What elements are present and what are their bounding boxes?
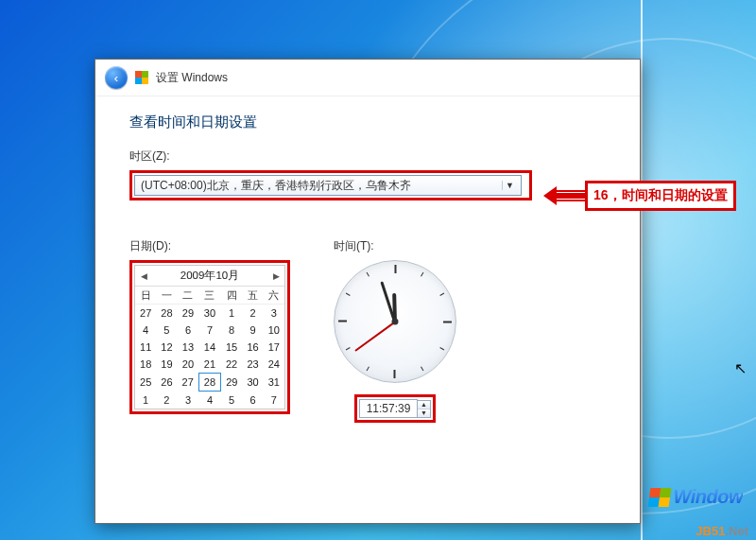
chevron-down-icon: ▼ (502, 181, 517, 190)
annotation-arrow-icon (543, 186, 585, 205)
calendar-day[interactable]: 2 (242, 305, 263, 322)
calendar-day[interactable]: 10 (264, 322, 284, 339)
analog-clock (334, 260, 456, 383)
calendar-day[interactable]: 5 (156, 322, 177, 339)
calendar-month-title: 2009年10月 (180, 269, 239, 283)
calendar-day[interactable]: 29 (178, 305, 199, 322)
wizard-content: 查看时间和日期设置 时区(Z): (UTC+08:00)北京，重庆，香港特别行政… (95, 96, 640, 423)
date-section: 日期(D): ◀ 2009年10月 ▶ 日一二三四五六 272829301234… (129, 238, 290, 423)
calendar-day[interactable]: 6 (242, 392, 263, 409)
calendar-day[interactable]: 15 (221, 339, 243, 356)
calendar-weekday: 五 (242, 287, 263, 305)
windows-logo-icon (647, 488, 671, 507)
calendar-grid: 日一二三四五六 27282930123456789101112131415161… (135, 287, 284, 409)
calendar-weekday: 二 (178, 287, 199, 305)
calendar-day[interactable]: 1 (221, 305, 243, 322)
desktop-background: ‹ 设置 Windows 查看时间和日期设置 时区(Z): (UTC+08:00… (0, 0, 756, 540)
brand-text: Window (674, 486, 743, 508)
watermark-a: JB51 (696, 524, 725, 538)
second-hand (354, 322, 395, 352)
annotation-highlight-timezone: (UTC+08:00)北京，重庆，香港特别行政区，乌鲁木齐 ▼ (129, 170, 532, 200)
calendar-day[interactable]: 1 (135, 392, 156, 409)
annotation-callout: 16，时间和日期的设置 (543, 180, 736, 212)
time-input[interactable]: 11:57:39 (359, 399, 418, 418)
calendar-day[interactable]: 13 (178, 339, 199, 356)
time-section: 时间(T): 11:57:39 ▲ ▼ (334, 238, 456, 423)
calendar-day[interactable]: 23 (242, 356, 263, 374)
calendar-day[interactable]: 9 (242, 322, 263, 339)
annotation-highlight-calendar: ◀ 2009年10月 ▶ 日一二三四五六 2728293012345678910… (129, 260, 290, 414)
calendar-day[interactable]: 3 (264, 305, 284, 322)
calendar-day[interactable]: 30 (242, 374, 263, 392)
calendar-weekday: 四 (221, 287, 243, 305)
spinner-down-icon[interactable]: ▼ (418, 409, 430, 417)
calendar-day[interactable]: 30 (198, 305, 220, 322)
cursor-icon: ↖ (734, 359, 747, 377)
calendar-day[interactable]: 18 (135, 356, 156, 374)
time-spinner[interactable]: ▲ ▼ (418, 400, 431, 418)
date-label: 日期(D): (129, 238, 290, 254)
calendar-day[interactable]: 28 (198, 374, 220, 392)
calendar-day[interactable]: 7 (264, 392, 284, 409)
calendar-day[interactable]: 29 (221, 374, 243, 392)
windows-brand: Window (649, 486, 743, 508)
calendar-day[interactable]: 11 (135, 339, 156, 356)
calendar-day[interactable]: 8 (221, 322, 243, 339)
calendar-day[interactable]: 19 (156, 356, 177, 374)
calendar-weekday: 一 (156, 287, 177, 305)
calendar-day[interactable]: 2 (156, 392, 177, 409)
calendar-day[interactable]: 7 (198, 322, 220, 339)
calendar-day[interactable]: 14 (198, 339, 220, 356)
calendar-weekday: 日 (135, 287, 156, 305)
watermark-b: .Net (725, 524, 748, 538)
arrow-left-icon: ‹ (114, 71, 118, 85)
annotation-text: 16，时间和日期的设置 (585, 181, 736, 211)
timezone-select[interactable]: (UTC+08:00)北京，重庆，香港特别行政区，乌鲁木齐 ▼ (134, 175, 522, 196)
calendar-day[interactable]: 24 (264, 356, 284, 374)
calendar-day[interactable]: 17 (264, 339, 284, 356)
calendar-weekday: 六 (264, 287, 284, 305)
calendar-header: ◀ 2009年10月 ▶ (135, 266, 284, 287)
calendar-day[interactable]: 26 (156, 374, 177, 392)
calendar-day[interactable]: 22 (221, 356, 243, 374)
calendar-day[interactable]: 6 (178, 322, 199, 339)
back-button[interactable]: ‹ (105, 66, 128, 89)
clock-center-icon (392, 319, 399, 325)
annotation-highlight-time: 11:57:39 ▲ ▼ (354, 394, 436, 423)
calendar-day[interactable]: 21 (198, 356, 220, 374)
calendar-day[interactable]: 12 (156, 339, 177, 356)
spinner-up-icon[interactable]: ▲ (418, 401, 430, 409)
time-label: 时间(T): (334, 238, 374, 254)
calendar[interactable]: ◀ 2009年10月 ▶ 日一二三四五六 2728293012345678910… (134, 265, 285, 409)
setup-wizard-window: ‹ 设置 Windows 查看时间和日期设置 时区(Z): (UTC+08:00… (94, 59, 641, 524)
calendar-day[interactable]: 4 (198, 392, 220, 409)
decor-line (641, 0, 643, 540)
window-title: 设置 Windows (156, 70, 228, 86)
calendar-day[interactable]: 20 (178, 356, 199, 374)
watermark: JB51.Net (696, 524, 748, 538)
calendar-day[interactable]: 5 (221, 392, 243, 409)
wizard-header: ‹ 设置 Windows (95, 60, 640, 96)
calendar-prev-button[interactable]: ◀ (139, 271, 148, 281)
calendar-day[interactable]: 28 (156, 305, 177, 322)
calendar-day[interactable]: 25 (135, 374, 156, 392)
windows-logo-icon (135, 71, 148, 84)
calendar-day[interactable]: 3 (178, 392, 199, 409)
calendar-day[interactable]: 27 (178, 374, 199, 392)
timezone-label: 时区(Z): (129, 148, 611, 165)
calendar-day[interactable]: 4 (135, 322, 156, 339)
calendar-next-button[interactable]: ▶ (271, 271, 281, 281)
calendar-day[interactable]: 16 (242, 339, 263, 356)
calendar-weekday: 三 (198, 287, 220, 305)
calendar-day[interactable]: 31 (264, 374, 284, 392)
timezone-selected-value: (UTC+08:00)北京，重庆，香港特别行政区，乌鲁木齐 (141, 178, 411, 194)
page-title: 查看时间和日期设置 (129, 113, 611, 131)
calendar-day[interactable]: 27 (135, 305, 156, 322)
